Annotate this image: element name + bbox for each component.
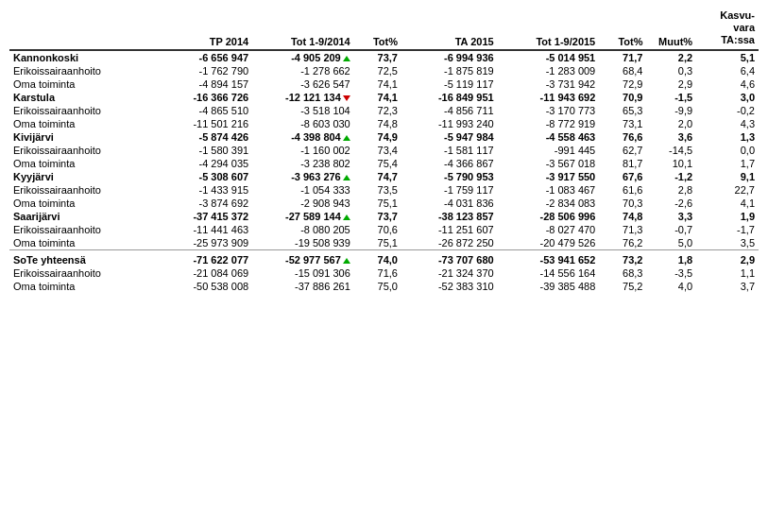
cell-tot1pct: 75,1 [354,236,401,250]
cell-kasvu: 4,1 [696,197,759,210]
arrow-up-icon [343,56,350,61]
cell-tp2014: -5 308 607 [156,170,252,183]
cell-tot2: ‑28 506 996 [498,210,600,223]
row-label: Oma toiminta [9,280,156,293]
row-label: Erikoissairaanhoito [9,104,156,117]
row-label: Oma toiminta [9,117,156,130]
cell-tp2014: -4 294 035 [156,157,252,170]
cell-tot1pct: 73,7 [354,210,401,223]
cell-kasvu: -1,7 [696,223,759,236]
cell-ta2015: -4 031 836 [401,197,498,210]
cell-kasvu: 1,7 [696,157,759,170]
cell-kasvu: 4,3 [696,117,759,130]
cell-ta2015: -38 123 857 [401,210,498,223]
cell-tot2pct: 65,3 [599,104,646,117]
col-header-tot2pct: Tot% [599,8,646,50]
cell-tot2pct: 62,7 [599,144,646,157]
cell-kasvu: 3,7 [696,280,759,293]
cell-tot2pct: 72,9 [599,77,646,91]
cell-tot2: ‑8 027 470 [498,223,600,236]
col-header-muut: Muut% [646,8,696,50]
cell-tot1: ‑8 603 030 [252,117,354,130]
row-label: Kannonkoski [9,50,156,64]
cell-ta2015: -5 947 984 [401,130,498,144]
cell-ta2015: -52 383 310 [401,280,498,293]
cell-tot1: ‑1 278 662 [252,64,354,77]
cell-tot1: ‑15 091 306 [252,266,354,280]
row-label: Kyyjärvi [9,170,156,183]
cell-muut: 0,3 [646,64,696,77]
row-label: Karstula [9,91,156,104]
cell-muut: -1,5 [646,91,696,104]
cell-tot1: ‑4 398 804 [252,130,354,144]
cell-tp2014: -21 084 069 [156,266,252,280]
cell-muut: 2,8 [646,183,696,197]
cell-tot2pct: 70,9 [599,91,646,104]
cell-muut: 5,0 [646,236,696,250]
cell-kasvu: 1,1 [696,266,759,280]
cell-tp2014: -11 501 216 [156,117,252,130]
row-label: Oma toiminta [9,157,156,170]
arrow-up-icon [343,215,350,220]
cell-tot2pct: 75,2 [599,280,646,293]
cell-tot2pct: 76,2 [599,236,646,250]
cell-tp2014: -1 762 790 [156,64,252,77]
cell-tp2014: -71 622 077 [156,249,252,266]
cell-tot1pct: 74,0 [354,249,401,266]
cell-ta2015: -11 993 240 [401,117,498,130]
cell-tot1pct: 74,1 [354,91,401,104]
cell-muut: -3,5 [646,266,696,280]
cell-tot2pct: 74,8 [599,210,646,223]
cell-tot1: ‑19 508 939 [252,236,354,250]
cell-tot1pct: 73,7 [354,50,401,64]
cell-tot2: ‑53 941 652 [498,249,600,266]
cell-tot2pct: 76,6 [599,130,646,144]
cell-ta2015: -1 581 117 [401,144,498,157]
cell-tot1pct: 75,1 [354,197,401,210]
cell-tot1pct: 75,4 [354,157,401,170]
row-label: SoTe yhteensä [9,249,156,266]
cell-tot2: ‑14 556 164 [498,266,600,280]
cell-ta2015: -4 856 711 [401,104,498,117]
arrow-up-icon [343,258,350,264]
cell-ta2015: -1 759 117 [401,183,498,197]
cell-tot2: ‑1 283 009 [498,64,600,77]
cell-kasvu: 1,3 [696,130,759,144]
cell-tp2014: -11 441 463 [156,223,252,236]
cell-tot1: ‑8 080 205 [252,223,354,236]
cell-tot1: ‑1 160 002 [252,144,354,157]
cell-tot2pct: 71,3 [599,223,646,236]
cell-muut: -14,5 [646,144,696,157]
main-container: TP 2014 Tot 1-9/2014 Tot% TA 2015 Tot 1-… [0,0,768,300]
cell-ta2015: -21 324 370 [401,266,498,280]
col-header-tp2014: TP 2014 [156,8,252,50]
cell-muut: 2,9 [646,77,696,91]
row-label: Oma toiminta [9,197,156,210]
cell-kasvu: 0,0 [696,144,759,157]
cell-tot1pct: 74,8 [354,117,401,130]
cell-tot2: ‑3 917 550 [498,170,600,183]
cell-tot2: ‑1 083 467 [498,183,600,197]
cell-kasvu: 2,9 [696,249,759,266]
cell-tot2: ‑39 385 488 [498,280,600,293]
col-header-name [9,8,156,50]
cell-kasvu: 9,1 [696,170,759,183]
cell-tot2pct: 73,1 [599,117,646,130]
cell-muut: 4,0 [646,280,696,293]
cell-muut: 3,3 [646,210,696,223]
cell-ta2015: -16 849 951 [401,91,498,104]
arrow-up-icon [343,135,350,141]
cell-tot2pct: 68,4 [599,64,646,77]
cell-tp2014: -50 538 008 [156,280,252,293]
cell-tot1pct: 72,3 [354,104,401,117]
cell-tot2pct: 81,7 [599,157,646,170]
cell-muut: 1,8 [646,249,696,266]
cell-ta2015: -5 790 953 [401,170,498,183]
cell-tp2014: -16 366 726 [156,91,252,104]
col-header-ta2015: TA 2015 [401,8,498,50]
cell-tot2: ‑3 731 942 [498,77,600,91]
cell-ta2015: -1 875 819 [401,64,498,77]
cell-tot2pct: 73,2 [599,249,646,266]
row-label: Oma toiminta [9,77,156,91]
cell-tot1: ‑12 121 134 [252,91,354,104]
